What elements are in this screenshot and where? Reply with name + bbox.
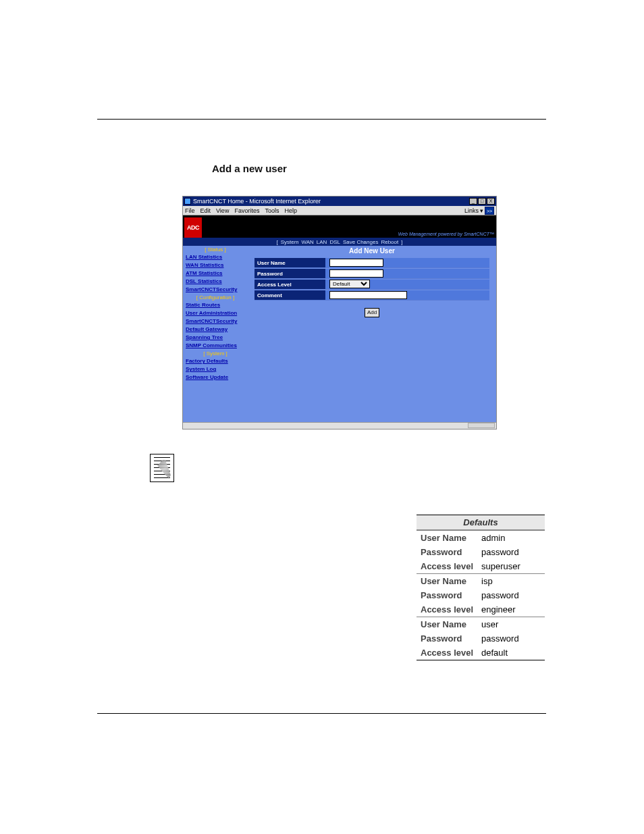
nav-bracket-close: ] bbox=[401, 239, 402, 245]
menu-view[interactable]: View bbox=[216, 207, 229, 214]
menu-edit[interactable]: Edit bbox=[200, 207, 211, 214]
table-row: Access levelengineer bbox=[417, 602, 545, 617]
main-panel: Add New User User Name Password Access L… bbox=[248, 246, 496, 422]
sidebar-item-lan-stats[interactable]: LAN Statistics bbox=[183, 253, 248, 261]
sidebar-item-default-gateway[interactable]: Default Gateway bbox=[183, 325, 248, 334]
defaults-heading: Defaults bbox=[417, 515, 545, 530]
go-button[interactable]: >> bbox=[485, 207, 494, 215]
bottom-rule bbox=[97, 713, 546, 714]
default-label: Password bbox=[421, 633, 481, 644]
table-row: Access levelsuperuser bbox=[417, 559, 545, 573]
nav-lan[interactable]: LAN bbox=[317, 239, 327, 245]
default-label: Access level bbox=[421, 648, 481, 658]
default-value: password bbox=[481, 547, 519, 557]
table-row: User Nameuser bbox=[417, 617, 545, 631]
access-level-select[interactable]: Default bbox=[329, 280, 370, 288]
default-value: engineer bbox=[481, 604, 516, 615]
sidebar-item-user-admin[interactable]: User Administration bbox=[183, 309, 248, 317]
nav-bracket-open: [ bbox=[277, 239, 278, 245]
default-value: admin bbox=[481, 533, 505, 543]
label-comment: Comment bbox=[254, 290, 325, 301]
default-value: user bbox=[481, 619, 498, 629]
username-input[interactable] bbox=[329, 259, 383, 267]
top-nav: [ System WAN LAN DSL Save Changes Reboot… bbox=[183, 238, 496, 246]
menu-help[interactable]: Help bbox=[284, 207, 297, 214]
sidebar-item-security-cfg[interactable]: SmartCNCTSecurity bbox=[183, 317, 248, 325]
default-value: default bbox=[481, 648, 508, 658]
nav-wan[interactable]: WAN bbox=[301, 239, 313, 245]
menu-tools[interactable]: Tools bbox=[265, 207, 279, 214]
sidebar: [ Status ] LAN Statistics WAN Statistics… bbox=[183, 246, 248, 422]
nav-reboot[interactable]: Reboot bbox=[381, 239, 398, 245]
sidebar-item-wan-stats[interactable]: WAN Statistics bbox=[183, 261, 248, 269]
password-input[interactable] bbox=[329, 269, 383, 278]
default-label: Access level bbox=[421, 561, 481, 571]
sidebar-cat-configuration: [ Configuration ] bbox=[183, 294, 248, 301]
menu-file[interactable]: File bbox=[185, 207, 195, 214]
defaults-table: Defaults User Nameadmin Passwordpassword… bbox=[417, 515, 545, 660]
browser-window: SmartCNCT Home - Microsoft Internet Expl… bbox=[182, 196, 497, 429]
status-segment bbox=[468, 423, 495, 428]
sidebar-item-atm-stats[interactable]: ATM Statistics bbox=[183, 269, 248, 278]
sidebar-cat-system: [ System ] bbox=[183, 350, 248, 357]
sidebar-cat-status: [ Status ] bbox=[183, 246, 248, 253]
default-label: User Name bbox=[421, 619, 481, 629]
sidebar-item-spanning-tree[interactable]: Spanning Tree bbox=[183, 334, 248, 342]
sidebar-item-software-update[interactable]: Software Update bbox=[183, 373, 248, 382]
chevron-down-icon: ▾ bbox=[480, 207, 483, 214]
default-value: superuser bbox=[481, 561, 520, 571]
section-heading: Add a new user bbox=[212, 163, 287, 174]
adc-logo: ADC bbox=[184, 217, 202, 238]
sidebar-item-snmp[interactable]: SNMP Communities bbox=[183, 342, 248, 350]
default-label: Password bbox=[421, 547, 481, 557]
label-username: User Name bbox=[254, 258, 325, 268]
window-title: SmartCNCT Home - Microsoft Internet Expl… bbox=[193, 198, 321, 205]
minimize-button[interactable]: _ bbox=[469, 198, 477, 205]
table-row: Access leveldefault bbox=[417, 646, 545, 660]
menu-bar: File Edit View Favorites Tools Help Link… bbox=[183, 206, 496, 215]
tagline: Web Management powered by SmartCNCT™ bbox=[398, 232, 496, 238]
default-value: isp bbox=[481, 576, 493, 586]
add-button[interactable]: Add bbox=[365, 308, 379, 317]
nav-system[interactable]: System bbox=[281, 239, 299, 245]
table-row: Passwordpassword bbox=[417, 545, 545, 559]
default-label: Access level bbox=[421, 604, 481, 615]
nav-save[interactable]: Save Changes bbox=[343, 239, 378, 245]
sidebar-item-static-routes[interactable]: Static Routes bbox=[183, 301, 248, 309]
default-label: User Name bbox=[421, 576, 481, 586]
sidebar-item-system-log[interactable]: System Log bbox=[183, 365, 248, 373]
table-row: User Nameadmin bbox=[417, 530, 545, 545]
sidebar-item-factory-defaults[interactable]: Factory Defaults bbox=[183, 357, 248, 365]
default-label: Password bbox=[421, 590, 481, 600]
default-value: password bbox=[481, 633, 519, 644]
page-title: Add New User bbox=[248, 246, 496, 257]
nav-dsl[interactable]: DSL bbox=[329, 239, 340, 245]
table-row: Passwordpassword bbox=[417, 631, 545, 646]
table-row: User Nameisp bbox=[417, 573, 545, 588]
close-button[interactable]: X bbox=[487, 198, 495, 205]
table-row: Passwordpassword bbox=[417, 588, 545, 602]
maximize-button[interactable]: □ bbox=[478, 198, 486, 205]
menu-favorites[interactable]: Favorites bbox=[234, 207, 259, 214]
comment-input[interactable] bbox=[329, 291, 407, 299]
default-label: User Name bbox=[421, 533, 481, 543]
top-rule bbox=[97, 119, 546, 120]
window-titlebar: SmartCNCT Home - Microsoft Internet Expl… bbox=[183, 197, 496, 206]
sidebar-item-security-status[interactable]: SmartCNCTSecurity bbox=[183, 286, 248, 294]
status-bar bbox=[183, 422, 496, 429]
note-icon bbox=[150, 454, 174, 482]
sidebar-item-dsl-stats[interactable]: DSL Statistics bbox=[183, 278, 248, 286]
label-access-level: Access Level bbox=[254, 280, 325, 290]
label-password: Password bbox=[254, 269, 325, 279]
ie-icon bbox=[184, 198, 191, 205]
default-value: password bbox=[481, 590, 519, 600]
links-label[interactable]: Links bbox=[464, 207, 479, 214]
brand-header: ADC Web Management powered by SmartCNCT™ bbox=[183, 215, 496, 238]
